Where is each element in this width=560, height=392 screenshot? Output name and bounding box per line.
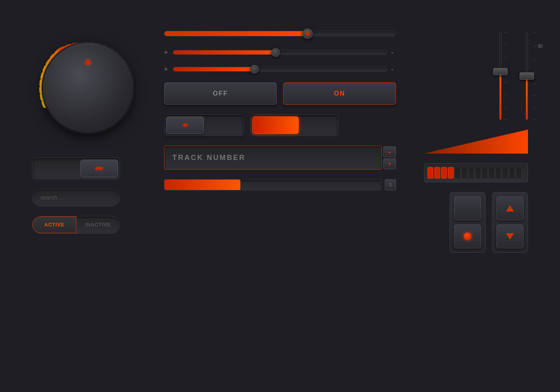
led-segment-3 <box>441 167 447 178</box>
full-layout: ACTIVE INACTIVE + <box>0 0 560 392</box>
active-inactive-toggle[interactable]: ACTIVE INACTIVE <box>32 216 120 234</box>
knob-indicator-dot <box>86 60 90 65</box>
slider3-track[interactable] <box>173 67 387 72</box>
active-toggle-fill <box>252 116 299 134</box>
knob-section <box>32 28 144 140</box>
slider3-thumb[interactable] <box>250 65 259 74</box>
led-segment-5 <box>455 167 460 178</box>
led-segment-14 <box>516 167 522 178</box>
active-label: ACTIVE <box>44 222 64 228</box>
fader2-label: 50 <box>538 44 542 48</box>
arrow-down-button[interactable] <box>496 224 524 248</box>
slider2-minus-label: - <box>391 49 396 56</box>
left-toggle-switch[interactable] <box>32 158 120 179</box>
svg-marker-2 <box>424 130 528 154</box>
spinner-up-button[interactable]: ▲ <box>383 146 396 157</box>
tick <box>504 32 507 32</box>
track-number-input[interactable] <box>164 146 382 170</box>
slider3-container: + - <box>164 66 396 73</box>
fader1-ticks <box>504 32 507 120</box>
led-segment-4 <box>448 167 454 178</box>
on-button[interactable]: ON <box>283 82 396 105</box>
led-segment-12 <box>502 167 508 178</box>
left-button-panel <box>450 192 486 253</box>
fader2-ticks: 50 <box>534 32 542 120</box>
button-panel-section <box>450 192 528 253</box>
tick <box>534 72 536 72</box>
fader1-fill <box>500 72 501 120</box>
slider3-minus-label: - <box>391 66 396 73</box>
progress-close-button[interactable]: X <box>385 179 396 190</box>
knob-body[interactable] <box>43 43 133 133</box>
off-on-row: OFF ON <box>164 82 396 105</box>
slider1-track[interactable] <box>164 31 396 36</box>
progress-track[interactable] <box>164 179 382 190</box>
led-segment-13 <box>509 167 515 178</box>
led-segment-8 <box>475 167 481 178</box>
led-segment-11 <box>496 167 501 178</box>
arrow-up-icon <box>506 205 514 212</box>
tick <box>534 60 536 60</box>
fader2-track[interactable] <box>526 32 528 120</box>
tick-row-50: 50 <box>534 44 542 48</box>
search-input[interactable] <box>32 189 120 206</box>
led-meter <box>424 163 528 182</box>
slider2-container: + - <box>164 49 396 56</box>
slider1-thumb[interactable] <box>302 28 313 39</box>
fader2-container: 50 <box>526 32 528 120</box>
track-number-row: ▲ ▼ <box>164 146 396 170</box>
fader2-fill <box>526 76 528 120</box>
progress-container: X <box>164 179 396 190</box>
inactive-tab[interactable]: INACTIVE <box>76 216 120 233</box>
tick <box>504 120 507 120</box>
tick <box>534 120 537 120</box>
search-input-wrapper <box>32 189 120 206</box>
led-segment-6 <box>462 167 467 178</box>
tick <box>534 84 536 84</box>
slider1-container <box>164 28 396 39</box>
arrow-down-icon <box>506 233 514 240</box>
tick <box>534 108 536 108</box>
spinner-down-button[interactable]: ▼ <box>383 158 396 169</box>
active-toggle-switch[interactable] <box>250 114 338 136</box>
right-button-panel <box>492 192 528 253</box>
toggle-row <box>164 114 396 136</box>
slider3-plus-label: + <box>164 66 169 73</box>
tick <box>504 107 506 108</box>
center-toggle-switch[interactable] <box>164 114 244 136</box>
led-segment-2 <box>434 167 440 178</box>
triangle-svg <box>424 130 528 154</box>
tick <box>504 57 506 58</box>
slider3-fill <box>173 67 254 71</box>
fader1-track[interactable] <box>499 32 502 120</box>
knob-wrapper[interactable] <box>36 36 140 140</box>
track-spinners: ▲ ▼ <box>383 146 396 169</box>
record-dot-icon <box>464 232 472 240</box>
fader1-container <box>499 32 502 120</box>
progress-fill <box>164 180 240 190</box>
led-segment-10 <box>489 167 494 178</box>
slider2-plus-label: + <box>164 49 169 56</box>
tick-row <box>534 32 542 32</box>
inactive-label: INACTIVE <box>85 222 111 228</box>
slider1-fill <box>164 31 308 36</box>
off-button[interactable]: OFF <box>164 82 277 105</box>
tick <box>504 44 506 45</box>
tick <box>534 46 537 46</box>
active-tab[interactable]: ACTIVE <box>32 216 76 233</box>
slider2-track[interactable] <box>173 50 387 55</box>
panel-btn-square[interactable] <box>454 196 481 220</box>
center-toggle-handle <box>166 116 204 134</box>
fader2-thumb[interactable] <box>520 72 534 80</box>
arrow-up-button[interactable] <box>496 196 524 220</box>
slider2-thumb[interactable] <box>271 48 280 57</box>
faders-section: 50 <box>499 28 528 120</box>
slider2-fill <box>173 50 276 54</box>
col-right: 50 <box>416 28 528 253</box>
panel-btn-record[interactable] <box>454 224 481 248</box>
led-segment-7 <box>468 167 474 178</box>
col-center: + - + - OFF ON <box>164 28 396 190</box>
tick <box>504 82 506 82</box>
center-toggle-dot <box>183 124 187 126</box>
tick <box>504 70 506 70</box>
